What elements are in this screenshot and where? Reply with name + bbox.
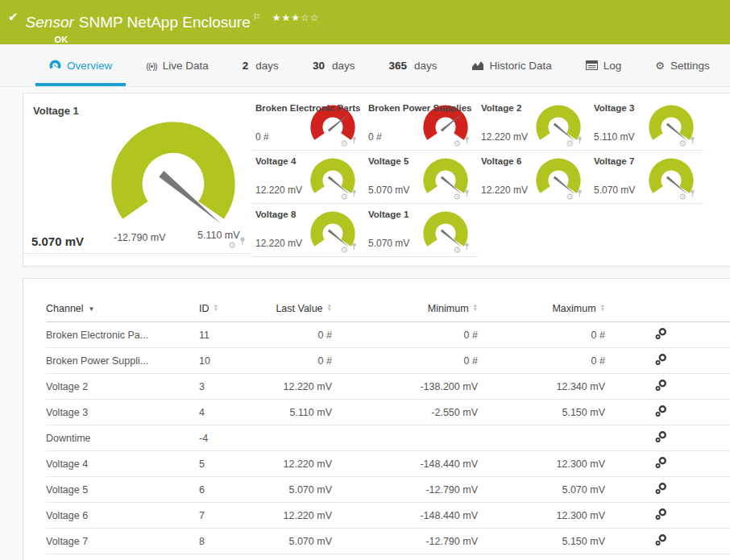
gauge-pin-icon[interactable] [464, 133, 470, 147]
column-header-maximum[interactable]: Maximum▲▼ [478, 298, 605, 322]
column-header-channel[interactable]: Channel▼ [46, 298, 199, 322]
cell-channel: Voltage 2 [46, 374, 199, 400]
gauge-tile-voltage-1[interactable]: Voltage 15.070 mV⚙ [365, 204, 478, 257]
gauge-title: Voltage 1 [368, 209, 409, 219]
tab-overview[interactable]: Overview [32, 44, 129, 86]
gauge-tile-voltage-3[interactable]: Voltage 35.110 mV⚙ [591, 97, 703, 151]
tab-log[interactable]: Log [569, 44, 639, 86]
gauge-value: 5.070 mV [368, 185, 409, 196]
gauge-settings-icon[interactable]: ⚙ [453, 139, 461, 147]
cell-last-value: 12.220 mV [255, 451, 332, 477]
gauge-tile-voltage-6[interactable]: Voltage 612.220 mV⚙ [478, 151, 591, 204]
column-label: ID [199, 303, 209, 314]
gauge-value: 12.220 mV [255, 238, 302, 249]
channel-settings-icon[interactable] [655, 456, 667, 471]
gauge-tile-broken-electronic-parts[interactable]: Broken Electronic Parts0 #⚙ [252, 97, 365, 151]
cell-minimum: -148.440 mV [332, 503, 478, 529]
gauge-settings-icon[interactable]: ⚙ [566, 193, 574, 201]
gear-icon: ⚙ [655, 60, 665, 72]
column-header-minimum[interactable]: Minimum▲▼ [332, 298, 478, 322]
sensor-name: SNMP NetApp Enclosure [79, 14, 251, 31]
gauge-title: Voltage 2 [481, 103, 521, 113]
cell-id: 3 [199, 374, 255, 400]
gauge-pin-icon[interactable] [577, 133, 583, 147]
cell-channel: Voltage 8 [46, 554, 199, 560]
gauge-pin-icon[interactable] [351, 239, 357, 254]
gauge-settings-icon[interactable]: ⚙ [340, 193, 348, 201]
gauge-pin-icon[interactable] [577, 186, 583, 201]
cell-minimum: -12.790 mV [332, 477, 478, 503]
tab-settings[interactable]: ⚙Settings [638, 44, 726, 86]
cell-minimum: 0 # [332, 348, 478, 374]
priority-stars[interactable]: ★★★☆☆ [272, 12, 320, 23]
channel-settings-icon[interactable] [655, 482, 667, 497]
main-gauge-tile[interactable]: Voltage 1 5.070 mV -12.790 mV 5.110 mV ⚙ [23, 97, 252, 254]
tab-historic-data[interactable]: Historic Data [454, 44, 569, 86]
sort-icon: ▲▼ [600, 303, 605, 311]
channel-settings-icon[interactable] [655, 327, 667, 342]
gauge-pin-icon[interactable] [351, 186, 357, 201]
channel-settings-icon[interactable] [655, 430, 667, 446]
gauge-value: 12.220 mV [481, 185, 528, 196]
gauge-title: Voltage 4 [255, 156, 296, 166]
channel-settings-icon[interactable] [655, 533, 667, 549]
channel-settings-icon[interactable] [655, 404, 667, 420]
gauge-settings-icon[interactable]: ⚙ [340, 139, 348, 147]
table-row: Downtime-4 [46, 425, 730, 451]
gauge-settings-icon[interactable]: ⚙ [228, 241, 236, 249]
cell-last-value: 12.220 mV [255, 503, 332, 529]
cell-actions [605, 529, 730, 554]
gauge-pin-icon[interactable] [690, 186, 695, 201]
gauge-settings-icon[interactable]: ⚙ [678, 193, 686, 201]
gauge-pin-icon[interactable] [464, 186, 470, 201]
cell-id: 8 [199, 529, 255, 554]
gauge-tile-voltage-5[interactable]: Voltage 55.070 mV⚙ [365, 151, 478, 204]
cell-channel: Voltage 7 [46, 529, 199, 554]
tab-2-days[interactable]: 2days [226, 44, 296, 86]
tab-number: 2 [243, 60, 249, 72]
gauge-settings-icon[interactable]: ⚙ [340, 246, 348, 254]
gauge-tile-broken-power-supplies[interactable]: Broken Power Supplies0 #⚙ [365, 97, 478, 151]
gauge-settings-icon[interactable]: ⚙ [566, 139, 574, 147]
tab-label: Historic Data [490, 60, 552, 72]
gauge-settings-icon[interactable]: ⚙ [453, 246, 461, 254]
channels-table-panel: Channel▼ID▲▼Last Value▲▼Minimum▲▼Maximum… [23, 278, 730, 560]
gauge-tile-voltage-8[interactable]: Voltage 812.220 mV⚙ [252, 204, 365, 257]
gauge-value: 0 # [255, 131, 269, 143]
main-gauge-value: 5.070 mV [31, 234, 84, 248]
gauge-tile-voltage-2[interactable]: Voltage 212.220 mV⚙ [478, 97, 591, 151]
cell-maximum [478, 425, 605, 451]
sensor-status-banner: ✔ SensorSNMP NetApp Enclosure⚐★★★☆☆ OK [0, 0, 730, 44]
gauge-tile-voltage-7[interactable]: Voltage 75.070 mV⚙ [591, 151, 703, 204]
flag-icon[interactable]: ⚐ [253, 12, 261, 22]
gauge-pin-icon[interactable] [464, 239, 470, 254]
gauge-tile-voltage-4[interactable]: Voltage 412.220 mV⚙ [252, 151, 365, 204]
tab-live-data[interactable]: ((•))Live Data [129, 44, 226, 86]
gauge-pin-icon[interactable] [690, 133, 695, 147]
column-header-id[interactable]: ID▲▼ [199, 298, 255, 322]
channel-settings-icon[interactable] [655, 353, 667, 368]
table-header-row: Channel▼ID▲▼Last Value▲▼Minimum▲▼Maximum… [46, 298, 730, 322]
gauge-settings-icon[interactable]: ⚙ [453, 193, 461, 201]
channel-settings-icon[interactable] [655, 379, 667, 394]
cell-channel: Voltage 6 [46, 503, 199, 529]
cell-minimum: -2.550 mV [332, 400, 478, 425]
gauge-pin-icon[interactable] [351, 133, 357, 147]
cell-maximum: 12.340 mV [478, 554, 605, 560]
tab-label: days [255, 60, 279, 72]
channel-settings-icon[interactable] [655, 508, 667, 523]
channels-table: Channel▼ID▲▼Last Value▲▼Minimum▲▼Maximum… [46, 298, 730, 560]
column-header-last-value[interactable]: Last Value▲▼ [255, 298, 332, 322]
cell-actions [605, 477, 730, 503]
gauge-value: 5.070 mV [368, 238, 409, 249]
tab-30-days[interactable]: 30days [296, 44, 372, 86]
gauge-settings-icon[interactable]: ⚙ [678, 139, 686, 147]
column-label: Maximum [552, 303, 595, 314]
cell-channel: Downtime [46, 425, 199, 451]
sort-desc-icon: ▼ [89, 305, 95, 313]
main-gauge-min-label: -12.790 mV [114, 232, 166, 243]
gauge-pin-icon[interactable] [239, 234, 246, 249]
tab-365-days[interactable]: 365days [371, 44, 454, 86]
cell-id: 9 [199, 554, 255, 560]
column-label: Channel [46, 303, 84, 314]
